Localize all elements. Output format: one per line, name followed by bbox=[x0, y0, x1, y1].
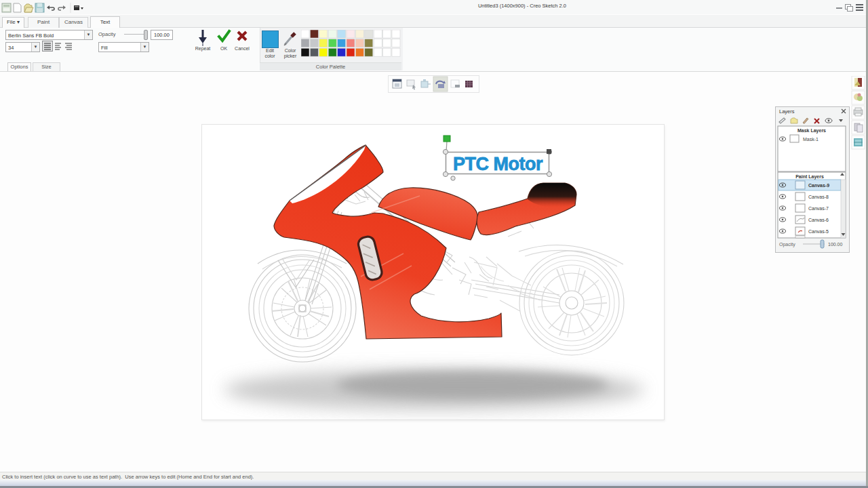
svg-text:OK: OK bbox=[220, 46, 227, 51]
svg-text:Canvas-8: Canvas-8 bbox=[808, 195, 829, 199]
svg-text:Mask Layers: Mask Layers bbox=[797, 128, 826, 134]
svg-text:Layers: Layers bbox=[779, 108, 795, 115]
svg-text:Canvas-9: Canvas-9 bbox=[808, 183, 829, 188]
svg-text:Mask-1: Mask-1 bbox=[803, 137, 818, 142]
svg-text:Canvas-6: Canvas-6 bbox=[808, 218, 829, 222]
svg-text:PTC Motor: PTC Motor bbox=[453, 154, 543, 174]
svg-text:Paint Layers: Paint Layers bbox=[795, 174, 824, 180]
svg-text:Cancel: Cancel bbox=[235, 46, 250, 51]
svg-text:100.00: 100.00 bbox=[828, 242, 843, 247]
svg-text:Opacity: Opacity bbox=[779, 242, 795, 247]
svg-text:Canvas-7: Canvas-7 bbox=[808, 206, 829, 211]
svg-text:Repeat: Repeat bbox=[195, 46, 211, 52]
svg-text:Canvas-5: Canvas-5 bbox=[808, 229, 829, 234]
